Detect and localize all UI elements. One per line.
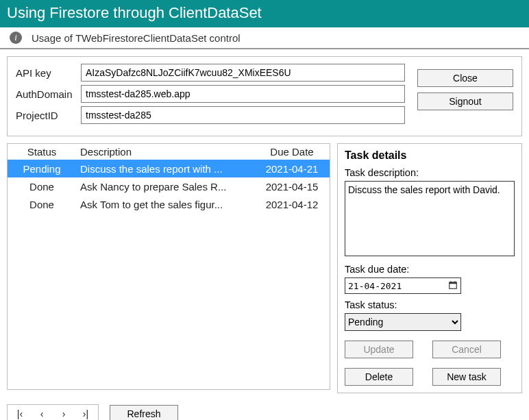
- update-button[interactable]: Update: [345, 341, 413, 358]
- nav-prev-button[interactable]: ‹: [32, 406, 51, 420]
- config-panel: API key AuthDomain ProjectID Close Signo…: [7, 56, 522, 136]
- col-header-description: Description: [76, 146, 254, 158]
- title-bar: Using Firestore through ClientDataSet: [0, 0, 529, 27]
- task-description-input[interactable]: [345, 181, 515, 256]
- cell-status: Pending: [8, 163, 76, 175]
- grid-header: Status Description Due Date: [8, 144, 330, 160]
- delete-button[interactable]: Delete: [345, 368, 413, 386]
- task-status-select[interactable]: PendingDone: [345, 313, 461, 331]
- due-date-value: 21-04-2021: [348, 281, 402, 291]
- table-row[interactable]: DoneAsk Tom to get the sales figur...202…: [8, 195, 330, 213]
- auth-domain-input[interactable]: [81, 85, 405, 103]
- task-due-date-input[interactable]: 21-04-2021: [345, 277, 461, 294]
- nav-last-button[interactable]: ›|: [76, 406, 95, 420]
- col-header-status: Status: [8, 146, 76, 158]
- info-icon: i: [10, 32, 22, 44]
- status-label: Task status:: [345, 299, 515, 310]
- details-heading: Task details: [345, 149, 515, 162]
- cell-description: Ask Nancy to prepare Sales R...: [76, 181, 254, 193]
- info-bar: i Usage of TWebFirestoreClientDataSet co…: [0, 27, 529, 49]
- cell-status: Done: [8, 199, 76, 210]
- desc-label: Task description:: [345, 167, 515, 178]
- close-button[interactable]: Close: [417, 69, 513, 87]
- auth-domain-label: AuthDomain: [16, 88, 81, 100]
- cell-status: Done: [8, 181, 76, 193]
- task-grid[interactable]: Status Description Due Date PendingDiscu…: [7, 143, 330, 390]
- table-row[interactable]: DoneAsk Nancy to prepare Sales R...2021-…: [8, 177, 330, 195]
- db-navigator: |‹ ‹ › ›|: [7, 404, 99, 420]
- due-date-label: Task due date:: [345, 264, 515, 275]
- api-key-label: API key: [16, 67, 81, 79]
- cell-description: Ask Tom to get the sales figur...: [76, 199, 254, 210]
- refresh-button[interactable]: Refresh: [110, 405, 178, 420]
- project-id-input[interactable]: [81, 106, 405, 124]
- cell-due-date: 2021-04-21: [254, 163, 330, 175]
- cell-due-date: 2021-04-15: [254, 181, 330, 193]
- page-title: Using Firestore through ClientDataSet: [7, 4, 262, 21]
- cell-due-date: 2021-04-12: [254, 199, 330, 210]
- new-task-button[interactable]: New task: [432, 368, 501, 386]
- page-subtitle: Usage of TWebFirestoreClientDataSet cont…: [32, 32, 241, 44]
- table-row[interactable]: PendingDiscuss the sales report with ...…: [8, 160, 330, 177]
- svg-rect-1: [450, 282, 457, 283]
- project-id-label: ProjectID: [16, 110, 81, 121]
- cancel-button[interactable]: Cancel: [432, 341, 501, 358]
- nav-first-button[interactable]: |‹: [10, 406, 29, 420]
- col-header-due-date: Due Date: [254, 146, 330, 158]
- cell-description: Discuss the sales report with ...: [76, 163, 254, 175]
- details-panel: Task details Task description: Task due …: [337, 143, 522, 393]
- calendar-icon[interactable]: [448, 280, 458, 292]
- signout-button[interactable]: Signout: [417, 92, 513, 110]
- nav-next-button[interactable]: ›: [54, 406, 73, 420]
- api-key-input[interactable]: [81, 64, 405, 82]
